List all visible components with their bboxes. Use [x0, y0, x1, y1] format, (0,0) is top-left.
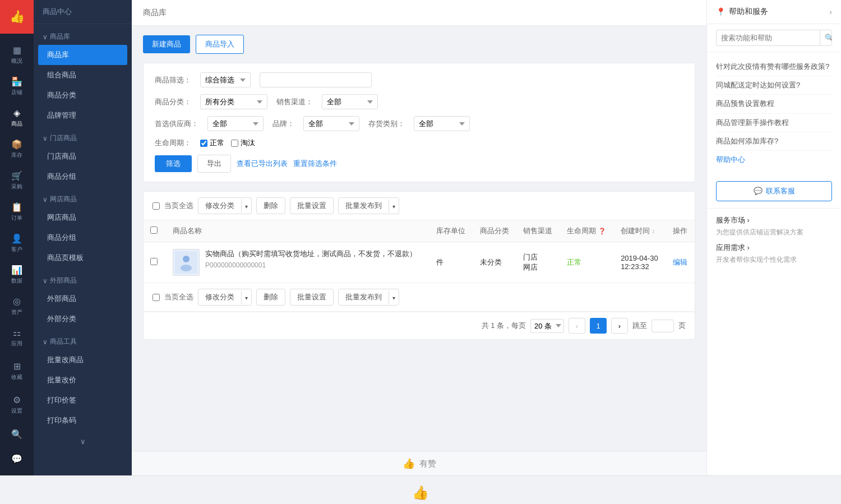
delete-button-bottom[interactable]: 删除: [256, 289, 285, 306]
page-jump-input[interactable]: [651, 320, 674, 332]
filter-button[interactable]: 筛选: [155, 155, 192, 172]
sidebar-item-external-categories[interactable]: 外部分类: [34, 309, 132, 329]
sidebar-item-batch-modify[interactable]: 批量改商品: [34, 350, 132, 370]
sidebar-item-product-categories[interactable]: 商品分类: [34, 85, 132, 105]
nav-item-store[interactable]: 🏪 店铺: [0, 71, 34, 102]
product-filter-select[interactable]: 综合筛选: [200, 72, 251, 87]
modify-category-dropdown[interactable]: [241, 199, 251, 213]
inventory-type-select[interactable]: 全部: [414, 116, 470, 131]
help-search-button[interactable]: 🔍: [820, 30, 832, 45]
right-panel-arrow[interactable]: ›: [829, 7, 832, 16]
nav-item-data[interactable]: 📊 数据: [0, 259, 34, 290]
sidebar-collapse-btn[interactable]: ∨: [34, 431, 132, 452]
sidebar-item-print-labels[interactable]: 打印价签: [34, 390, 132, 410]
th-product-name: 商品名称: [166, 220, 429, 242]
nav-item-orders[interactable]: 📋 订单: [0, 196, 34, 228]
batch-publish-button-top[interactable]: 批量发布到: [339, 198, 389, 214]
app-logo[interactable]: 👍: [0, 0, 34, 34]
category-select[interactable]: 所有分类: [200, 94, 267, 109]
row-checkbox[interactable]: [150, 258, 158, 265]
help-link-presale[interactable]: 商品预售设置教程: [716, 95, 832, 113]
help-link-delivery[interactable]: 同城配送定时达如何设置?: [716, 76, 832, 95]
lifecycle-badge: 正常: [567, 258, 581, 266]
sidebar-item-print-barcodes[interactable]: 打印条码: [34, 410, 132, 431]
view-exported-list-link[interactable]: 查看已导出列表: [237, 159, 288, 169]
right-panel: 📍 帮助和服务 › 🔍 针对此次疫情有赞有哪些服务政策? 同城配送定时达如何设置…: [706, 0, 841, 475]
nav-item-collect[interactable]: ⊞ 收藏: [0, 355, 34, 387]
nav-item-customers[interactable]: 👤 客户: [0, 228, 34, 259]
logo-icon: 👍: [10, 10, 25, 24]
sidebar-section-external-products[interactable]: ∨ 外部商品: [34, 268, 132, 289]
batch-publish-button-bottom[interactable]: 批量发布到: [339, 289, 389, 305]
select-all-checkbox-bottom[interactable]: [153, 294, 160, 301]
filter-row-4: 生命周期： 正常 淘汰: [155, 138, 683, 148]
sidebar-section-product-library[interactable]: ∨ 商品库: [34, 24, 132, 45]
export-button[interactable]: 导出: [197, 155, 231, 173]
help-link-epidemic[interactable]: 针对此次疫情有赞有哪些服务政策?: [716, 58, 832, 76]
row-checkbox-cell: [144, 242, 166, 283]
sidebar-section-store-products[interactable]: ∨ 门店商品: [34, 126, 132, 146]
sort-icon[interactable]: [652, 226, 655, 235]
sidebar-item-brand-management[interactable]: 品牌管理: [34, 105, 132, 126]
th-sales-channel: 销售渠道: [516, 220, 560, 242]
supplier-select[interactable]: 全部: [207, 116, 264, 131]
nav-item-assets[interactable]: ◎ 资产: [0, 290, 34, 322]
import-product-button[interactable]: 商品导入: [196, 35, 244, 54]
search-icon[interactable]: 🔍: [0, 423, 34, 445]
app-demand-link[interactable]: 应用需求 ›: [716, 243, 832, 253]
sidebar-item-external-products[interactable]: 外部商品: [34, 289, 132, 309]
batch-publish-dropdown-top[interactable]: [389, 199, 399, 213]
service-market-link[interactable]: 服务市场 ›: [716, 215, 832, 225]
edit-link[interactable]: 编辑: [673, 258, 687, 266]
help-search-input[interactable]: [717, 30, 820, 45]
modify-category-dropdown-bottom[interactable]: [241, 290, 251, 304]
sidebar-item-product-templates[interactable]: 商品页模板: [34, 248, 132, 268]
nav-item-overview[interactable]: ▦ 概况: [0, 39, 34, 71]
inventory-type-label: 存货类别：: [368, 119, 405, 129]
product-code: P000000000000001: [205, 261, 423, 269]
svg-point-1: [183, 256, 190, 262]
lifecycle-clearance-checkbox[interactable]: 淘汰: [231, 138, 255, 148]
help-link-warehouse[interactable]: 商品如何添加库存?: [716, 132, 832, 151]
brand-select[interactable]: 全部: [303, 116, 359, 131]
new-product-button[interactable]: 新建商品: [143, 35, 190, 53]
reset-filters-link[interactable]: 重置筛选条件: [293, 159, 337, 169]
nav-item-apps[interactable]: ⚏ 应用: [0, 322, 34, 353]
help-link-guide[interactable]: 商品管理新手操作教程: [716, 114, 832, 132]
header-checkbox[interactable]: [150, 226, 158, 234]
current-page-button[interactable]: 1: [590, 318, 607, 334]
batch-settings-button-bottom[interactable]: 批量设置: [290, 289, 334, 306]
nav-bottom: ⚏ 应用 ⊞ 收藏 ⚙ 设置 🔍 💬: [0, 322, 34, 475]
message-icon[interactable]: 💬: [0, 447, 34, 470]
contact-service-button[interactable]: 💬 联系客服: [716, 181, 832, 201]
total-count-label: 共 1 条，每页: [482, 321, 526, 331]
nav-item-purchase[interactable]: 🛒 采购: [0, 165, 34, 196]
next-page-button[interactable]: ›: [611, 318, 628, 334]
sidebar-item-online-groups[interactable]: 商品分组: [34, 228, 132, 248]
batch-publish-dropdown-bottom[interactable]: [389, 290, 399, 304]
sidebar-item-product-library[interactable]: 商品库: [38, 45, 127, 65]
right-panel-title-text: 帮助和服务: [729, 7, 768, 17]
sidebar-section-online-products[interactable]: ∨ 网店商品: [34, 187, 132, 207]
select-all-checkbox-top[interactable]: [153, 202, 160, 210]
delete-button-top[interactable]: 删除: [256, 197, 285, 214]
lifecycle-normal-checkbox[interactable]: 正常: [200, 138, 224, 148]
sidebar-section-product-tools[interactable]: ∨ 商品工具: [34, 329, 132, 350]
modify-category-button-bottom[interactable]: 修改分类: [198, 289, 241, 305]
batch-settings-button-top[interactable]: 批量设置: [290, 197, 334, 214]
sidebar-item-combo-products[interactable]: 组合商品: [34, 65, 132, 85]
per-page-select[interactable]: 20 条: [530, 319, 564, 333]
modify-category-button[interactable]: 修改分类: [198, 198, 241, 214]
sidebar-item-store-product-groups[interactable]: 商品分组: [34, 167, 132, 187]
sidebar-item-batch-price[interactable]: 批量改价: [34, 370, 132, 390]
nav-item-inventory[interactable]: 📦 库存: [0, 133, 34, 165]
nav-item-settings[interactable]: ⚙ 设置: [0, 389, 34, 420]
sales-channel-select[interactable]: 全部: [322, 94, 378, 109]
prev-page-button[interactable]: ‹: [569, 318, 585, 334]
nav-item-products[interactable]: ◈ 商品: [0, 102, 34, 133]
sidebar-item-store-products[interactable]: 门店商品: [34, 146, 132, 167]
sidebar-item-online-products[interactable]: 网店商品: [34, 207, 132, 228]
help-center-link[interactable]: 帮助中心: [716, 151, 832, 169]
filter-row-3: 首选供应商： 全部 品牌： 全部 存货类别： 全部: [155, 116, 683, 131]
product-filter-input[interactable]: [260, 72, 372, 87]
